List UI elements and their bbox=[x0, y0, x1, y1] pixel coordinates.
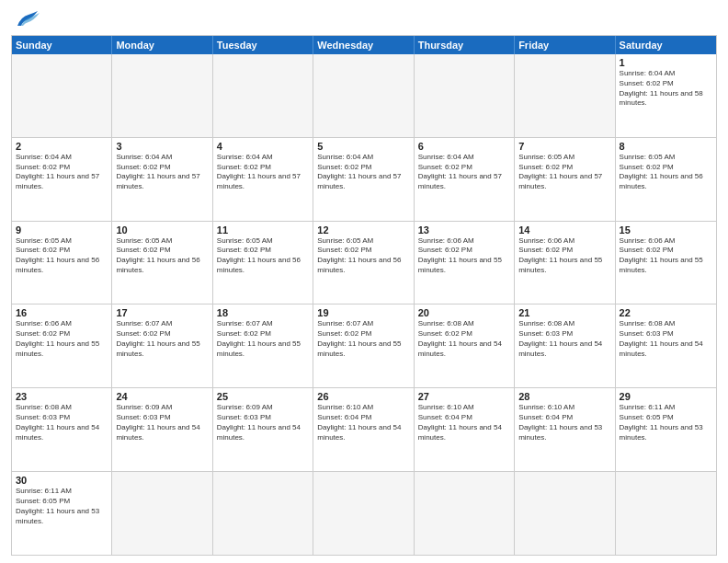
calendar-day-name: Friday bbox=[515, 36, 615, 54]
cell-info: Sunrise: 6:11 AMSunset: 6:05 PMDaylight:… bbox=[620, 403, 712, 442]
calendar-cell bbox=[415, 472, 515, 555]
cell-info: Sunrise: 6:05 AMSunset: 6:02 PMDaylight:… bbox=[518, 153, 610, 192]
calendar-cell bbox=[313, 54, 414, 137]
calendar-cell: 19Sunrise: 6:07 AMSunset: 6:02 PMDayligh… bbox=[313, 304, 414, 387]
calendar-cell: 26Sunrise: 6:10 AMSunset: 6:04 PMDayligh… bbox=[313, 388, 414, 471]
cell-info: Sunrise: 6:05 AMSunset: 6:02 PMDaylight:… bbox=[217, 236, 309, 276]
calendar-cell bbox=[12, 54, 112, 137]
calendar-cell: 4Sunrise: 6:04 AMSunset: 6:02 PMDaylight… bbox=[213, 138, 313, 221]
day-number: 11 bbox=[217, 224, 309, 236]
cell-info: Sunrise: 6:07 AMSunset: 6:02 PMDaylight:… bbox=[217, 319, 309, 359]
day-number: 9 bbox=[16, 224, 108, 236]
day-number: 26 bbox=[317, 391, 409, 402]
calendar-cell: 18Sunrise: 6:07 AMSunset: 6:02 PMDayligh… bbox=[213, 304, 313, 387]
cell-info: Sunrise: 6:10 AMSunset: 6:04 PMDaylight:… bbox=[418, 403, 510, 442]
day-number: 23 bbox=[16, 391, 108, 402]
day-number: 17 bbox=[116, 307, 208, 318]
calendar-cell: 11Sunrise: 6:05 AMSunset: 6:02 PMDayligh… bbox=[213, 222, 313, 304]
cell-info: Sunrise: 6:11 AMSunset: 6:05 PMDaylight:… bbox=[16, 487, 108, 526]
day-number: 6 bbox=[418, 141, 510, 152]
day-number: 24 bbox=[116, 391, 208, 402]
calendar-cell bbox=[415, 54, 515, 137]
calendar-day-name: Saturday bbox=[616, 36, 716, 54]
day-number: 13 bbox=[418, 224, 510, 236]
day-number: 21 bbox=[518, 307, 610, 318]
calendar-cell: 2Sunrise: 6:04 AMSunset: 6:02 PMDaylight… bbox=[12, 138, 112, 221]
calendar-cell: 27Sunrise: 6:10 AMSunset: 6:04 PMDayligh… bbox=[415, 388, 515, 471]
calendar-row: 16Sunrise: 6:06 AMSunset: 6:02 PMDayligh… bbox=[12, 304, 716, 388]
calendar-cell: 8Sunrise: 6:05 AMSunset: 6:02 PMDaylight… bbox=[616, 138, 716, 221]
cell-info: Sunrise: 6:08 AMSunset: 6:03 PMDaylight:… bbox=[16, 403, 108, 442]
calendar-cell: 5Sunrise: 6:04 AMSunset: 6:02 PMDaylight… bbox=[313, 138, 414, 221]
cell-info: Sunrise: 6:09 AMSunset: 6:03 PMDaylight:… bbox=[116, 403, 208, 442]
cell-info: Sunrise: 6:04 AMSunset: 6:02 PMDaylight:… bbox=[16, 153, 108, 192]
calendar-cell: 9Sunrise: 6:05 AMSunset: 6:02 PMDaylight… bbox=[12, 222, 112, 304]
day-number: 7 bbox=[518, 141, 610, 152]
cell-info: Sunrise: 6:04 AMSunset: 6:02 PMDaylight:… bbox=[217, 153, 309, 192]
cell-info: Sunrise: 6:08 AMSunset: 6:03 PMDaylight:… bbox=[518, 319, 610, 359]
day-number: 29 bbox=[620, 391, 712, 402]
cell-info: Sunrise: 6:06 AMSunset: 6:02 PMDaylight:… bbox=[518, 236, 610, 276]
calendar-day-name: Thursday bbox=[415, 36, 515, 54]
day-number: 1 bbox=[620, 57, 712, 68]
calendar-cell: 25Sunrise: 6:09 AMSunset: 6:03 PMDayligh… bbox=[213, 388, 313, 471]
cell-info: Sunrise: 6:04 AMSunset: 6:02 PMDaylight:… bbox=[116, 153, 208, 192]
cell-info: Sunrise: 6:06 AMSunset: 6:02 PMDaylight:… bbox=[418, 236, 510, 276]
cell-info: Sunrise: 6:05 AMSunset: 6:02 PMDaylight:… bbox=[620, 153, 712, 192]
page: SundayMondayTuesdayWednesdayThursdayFrid… bbox=[0, 0, 728, 563]
calendar-cell bbox=[213, 54, 313, 137]
day-number: 15 bbox=[620, 224, 712, 236]
calendar: SundayMondayTuesdayWednesdayThursdayFrid… bbox=[11, 35, 717, 556]
calendar-cell: 6Sunrise: 6:04 AMSunset: 6:02 PMDaylight… bbox=[415, 138, 515, 221]
calendar-cell bbox=[515, 472, 615, 555]
cell-info: Sunrise: 6:05 AMSunset: 6:02 PMDaylight:… bbox=[16, 236, 108, 276]
cell-info: Sunrise: 6:05 AMSunset: 6:02 PMDaylight:… bbox=[317, 236, 409, 276]
calendar-cell: 15Sunrise: 6:06 AMSunset: 6:02 PMDayligh… bbox=[616, 222, 716, 304]
day-number: 20 bbox=[418, 307, 510, 318]
day-number: 12 bbox=[317, 224, 409, 236]
calendar-cell: 29Sunrise: 6:11 AMSunset: 6:05 PMDayligh… bbox=[616, 388, 716, 471]
cell-info: Sunrise: 6:10 AMSunset: 6:04 PMDaylight:… bbox=[317, 403, 409, 442]
day-number: 27 bbox=[418, 391, 510, 402]
cell-info: Sunrise: 6:04 AMSunset: 6:02 PMDaylight:… bbox=[317, 153, 409, 192]
calendar-day-name: Monday bbox=[112, 36, 212, 54]
day-number: 8 bbox=[620, 141, 712, 152]
day-number: 14 bbox=[518, 224, 610, 236]
cell-info: Sunrise: 6:07 AMSunset: 6:02 PMDaylight:… bbox=[116, 319, 208, 359]
calendar-cell: 12Sunrise: 6:05 AMSunset: 6:02 PMDayligh… bbox=[313, 222, 414, 304]
calendar-cell bbox=[112, 472, 212, 555]
cell-info: Sunrise: 6:04 AMSunset: 6:02 PMDaylight:… bbox=[620, 69, 712, 109]
cell-info: Sunrise: 6:06 AMSunset: 6:02 PMDaylight:… bbox=[16, 319, 108, 359]
day-number: 30 bbox=[16, 475, 108, 486]
day-number: 4 bbox=[217, 141, 309, 152]
day-number: 5 bbox=[317, 141, 409, 152]
day-number: 18 bbox=[217, 307, 309, 318]
calendar-cell: 30Sunrise: 6:11 AMSunset: 6:05 PMDayligh… bbox=[12, 472, 112, 555]
calendar-row: 30Sunrise: 6:11 AMSunset: 6:05 PMDayligh… bbox=[12, 472, 716, 555]
calendar-cell bbox=[213, 472, 313, 555]
calendar-cell: 13Sunrise: 6:06 AMSunset: 6:02 PMDayligh… bbox=[415, 222, 515, 304]
logo bbox=[11, 9, 40, 29]
cell-info: Sunrise: 6:10 AMSunset: 6:04 PMDaylight:… bbox=[518, 403, 610, 442]
calendar-header: SundayMondayTuesdayWednesdayThursdayFrid… bbox=[12, 36, 716, 54]
calendar-day-name: Sunday bbox=[12, 36, 112, 54]
day-number: 16 bbox=[16, 307, 108, 318]
day-number: 3 bbox=[116, 141, 208, 152]
calendar-row: 23Sunrise: 6:08 AMSunset: 6:03 PMDayligh… bbox=[12, 388, 716, 472]
calendar-cell bbox=[313, 472, 414, 555]
calendar-cell: 23Sunrise: 6:08 AMSunset: 6:03 PMDayligh… bbox=[12, 388, 112, 471]
calendar-cell: 7Sunrise: 6:05 AMSunset: 6:02 PMDaylight… bbox=[515, 138, 615, 221]
calendar-cell: 24Sunrise: 6:09 AMSunset: 6:03 PMDayligh… bbox=[112, 388, 212, 471]
logo-text bbox=[11, 9, 40, 29]
day-number: 10 bbox=[116, 224, 208, 236]
calendar-row: 1Sunrise: 6:04 AMSunset: 6:02 PMDaylight… bbox=[12, 54, 716, 138]
day-number: 22 bbox=[620, 307, 712, 318]
cell-info: Sunrise: 6:06 AMSunset: 6:02 PMDaylight:… bbox=[620, 236, 712, 276]
calendar-day-name: Tuesday bbox=[213, 36, 313, 54]
logo-bird-icon bbox=[14, 9, 40, 29]
calendar-cell bbox=[112, 54, 212, 137]
cell-info: Sunrise: 6:09 AMSunset: 6:03 PMDaylight:… bbox=[217, 403, 309, 442]
calendar-row: 2Sunrise: 6:04 AMSunset: 6:02 PMDaylight… bbox=[12, 138, 716, 222]
calendar-cell: 21Sunrise: 6:08 AMSunset: 6:03 PMDayligh… bbox=[515, 304, 615, 387]
calendar-cell: 17Sunrise: 6:07 AMSunset: 6:02 PMDayligh… bbox=[112, 304, 212, 387]
